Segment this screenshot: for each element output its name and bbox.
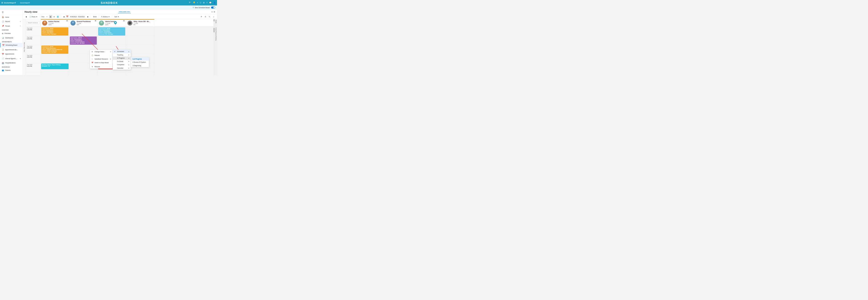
row-3-0 bbox=[126, 27, 154, 36]
resource-name-3: XRay - Room 355 - Be... bbox=[133, 21, 150, 23]
appt-00744[interactable]: Appointment: 00744 Type: Consultation Re… bbox=[41, 28, 68, 36]
preview-btn[interactable]: 👁 bbox=[200, 15, 203, 18]
actions-btn[interactable]: ↻ Actions ▼ bbox=[100, 15, 111, 18]
settings-icon[interactable]: ⚙ bbox=[203, 2, 205, 4]
time-slot-4: Thu 5/19 5:00 PM bbox=[26, 63, 41, 72]
col2-bar bbox=[98, 19, 126, 20]
add-view-icon[interactable]: + bbox=[211, 11, 213, 13]
timeline-view-btn[interactable]: ▦ bbox=[49, 15, 52, 18]
submenu-canceled[interactable]: Canceled ▶ bbox=[113, 66, 131, 70]
clock-icon-1: 🕐 bbox=[76, 23, 78, 24]
v-scrollbar[interactable] bbox=[213, 27, 215, 75]
chat-icon[interactable]: 💬 bbox=[209, 2, 212, 4]
submenu-on-break[interactable]: On Break ▶ bbox=[113, 60, 131, 63]
clock-icon-3: 🕐 bbox=[133, 23, 135, 24]
logo-text: DoctorHelper® bbox=[4, 2, 16, 4]
sidebar-appt-board-label: Appointments Bo... bbox=[5, 49, 18, 51]
resource-info-1: General Practitioner 🕐 3:30 32% bbox=[76, 21, 91, 26]
add-icon[interactable]: + bbox=[197, 2, 198, 4]
sub-in-progress-2[interactable]: 2.Review Of System bbox=[131, 61, 149, 64]
appt-00773[interactable]: Appointment: 00773 Type: Consultation Re… bbox=[70, 37, 97, 45]
svg-point-4 bbox=[100, 21, 102, 24]
row-3-1 bbox=[126, 36, 154, 45]
resource-info-2: Valeria Gomez 🕐 12:00 120% bbox=[105, 21, 115, 26]
appt-00766[interactable]: Appointment: 00766 Type: Consultation Re… bbox=[98, 28, 125, 36]
sidebar-item-recent[interactable]: 🕐 Recent ▼ bbox=[0, 19, 23, 24]
sidebar-item-dashboards[interactable]: 📊 Dashboards bbox=[0, 36, 23, 40]
settings-view-icon[interactable]: ⚙ bbox=[214, 11, 215, 13]
sidebar-item-hospitalizations[interactable]: 🏥 Hospitalizations bbox=[0, 61, 23, 65]
tab-initial-public-view[interactable]: Initial public view bbox=[118, 10, 131, 13]
fullscreen-btn[interactable]: ⤢ bbox=[212, 15, 215, 18]
search-resource-input[interactable] bbox=[27, 21, 40, 24]
globe-view-btn[interactable]: 🌐 bbox=[56, 15, 59, 18]
sidebar-item-patients[interactable]: 👥 Patients bbox=[0, 68, 23, 73]
filter-panel[interactable]: Filter & Map View bbox=[23, 19, 26, 75]
resource-header-0: ☕ Andres Flechas 🕐 bbox=[41, 19, 69, 27]
user-icon[interactable]: 👤 bbox=[213, 2, 216, 4]
resource-grid-col-0: Appointment: 00744 Type: Consultation Re… bbox=[41, 27, 69, 75]
avatar-1 bbox=[70, 21, 75, 26]
prev-btn[interactable]: ◀ bbox=[62, 15, 65, 18]
help-icon[interactable]: ? bbox=[206, 2, 208, 4]
sidebar-home-label: Home bbox=[5, 16, 9, 18]
sidebar-appointments-label: Appointments bbox=[5, 53, 14, 55]
internal-arrow-icon: ▶ bbox=[20, 58, 21, 59]
appt-00745[interactable]: Appointment: 00745 Type: Virtual Encount… bbox=[41, 46, 68, 54]
time-column: Thu 5/19 1:00 PM Thu 5/19 2:00 PM Thu 5/… bbox=[26, 27, 41, 75]
grid-view-btn[interactable]: ⊞ bbox=[53, 15, 56, 18]
submenu-scheduled-label: Scheduled bbox=[117, 51, 124, 53]
sidebar-item-home[interactable]: 🏠 Home bbox=[0, 15, 23, 20]
v-scrollbar-thumb[interactable] bbox=[214, 28, 215, 33]
sidebar-header: ☰ bbox=[0, 9, 23, 15]
submenu-traveling[interactable]: Traveling ▶ bbox=[113, 53, 131, 57]
overview-section: Overview bbox=[0, 28, 23, 31]
hv-tabs: Initial public view bbox=[118, 10, 131, 13]
sidebar-item-scheduling-board[interactable]: 📅 Scheduling Board bbox=[0, 43, 23, 47]
sidebar-item-pinned[interactable]: 📌 Pinned ▼ bbox=[0, 24, 23, 28]
resource-header-2: ☕ Valeria Gomez 🕐 bbox=[98, 19, 126, 27]
submenu-scheduled[interactable]: ✔ Scheduled ▶ bbox=[113, 50, 131, 53]
ctx-remove[interactable]: ✕ Remove bbox=[90, 65, 113, 69]
sidebar-internal-label: Internal Appoint... bbox=[5, 58, 17, 60]
right-sidebar-details[interactable]: Details bbox=[215, 19, 217, 24]
expand-btn[interactable]: ◀ bbox=[25, 15, 28, 18]
in-progress-submenu: 1.In Progress 2.Review Of System 3.Diagn… bbox=[131, 57, 149, 67]
sub-in-progress-3[interactable]: 3.Diagnosing bbox=[131, 64, 149, 67]
next-btn[interactable]: ▶ bbox=[87, 15, 89, 18]
sidebar-item-appointments[interactable]: 📅 Appointments bbox=[0, 52, 23, 56]
sidebar-item-overview[interactable]: ⊞ Overview bbox=[0, 31, 23, 36]
filter-icon[interactable]: ▽ bbox=[200, 2, 201, 4]
sidebar-patients-label: Patients bbox=[5, 70, 10, 71]
ctx-switch-days[interactable]: 📅 Switch to Days Board bbox=[90, 61, 113, 64]
time-slot-3: Thu 5/19 4:00 PM bbox=[26, 54, 41, 63]
hourly-view-title: Hourly view bbox=[25, 11, 37, 13]
grid-icon[interactable]: ⊞ bbox=[1, 2, 3, 4]
sort-btn[interactable]: Sort ▼ bbox=[114, 15, 120, 18]
row-1-0 bbox=[69, 27, 98, 36]
hamburger-icon[interactable]: ☰ bbox=[2, 11, 4, 13]
sub-in-progress-1[interactable]: 1.In Progress bbox=[131, 57, 149, 61]
hours-label: Hours bbox=[32, 16, 35, 18]
nsb-toggle[interactable] bbox=[211, 6, 215, 8]
right-sidebar-create-booking[interactable]: Create Resource Booking bbox=[215, 27, 217, 41]
ctx-change-status[interactable]: ↻ Change Status ▶ bbox=[90, 50, 113, 54]
hours-btn[interactable]: 🕐 Hours ▼ bbox=[28, 15, 38, 18]
list-view-btn[interactable]: ≡ bbox=[45, 15, 49, 18]
sidebar-item-internal[interactable]: 📄 Internal Appoint... ▶ bbox=[0, 56, 23, 61]
status-bar-col0: Booking Status: Report Writing Duration:… bbox=[41, 64, 69, 69]
scroll-thumb-top[interactable] bbox=[214, 19, 215, 22]
book-btn[interactable]: Book bbox=[92, 15, 98, 18]
actions-arrow: ▼ bbox=[108, 16, 110, 18]
lightbulb-icon[interactable]: 💡 bbox=[193, 2, 195, 4]
search-icon[interactable]: 🔍 bbox=[189, 2, 191, 4]
time-slot-2: Thu 5/19 3:00 PM bbox=[26, 45, 41, 54]
ctx-substitute[interactable]: ↔ Substitute Resource ▶ bbox=[90, 57, 113, 61]
submenu-in-progress[interactable]: In Progress ▶ bbox=[113, 57, 131, 60]
sidebar-item-appt-board[interactable]: 📋 Appointments Bo... bbox=[0, 47, 23, 52]
config-btn[interactable]: ⚙ bbox=[204, 15, 207, 18]
submenu-completed[interactable]: Completed ▶ bbox=[113, 63, 131, 67]
overview-icon: ⊞ bbox=[2, 32, 3, 35]
ctx-rebook[interactable]: 📋 Rebook bbox=[90, 54, 113, 57]
refresh-btn[interactable]: ↻ bbox=[208, 15, 211, 18]
